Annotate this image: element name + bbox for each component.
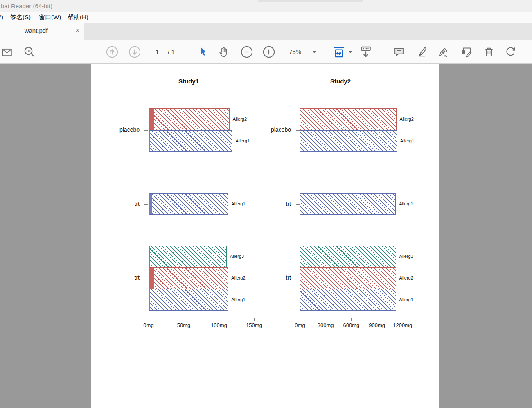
- zoom-out-button[interactable]: [241, 46, 253, 58]
- tab-want-pdf[interactable]: want.pdf ×: [0, 23, 84, 40]
- highlighter-icon: [416, 46, 428, 58]
- x-axis-tick: [377, 318, 377, 321]
- bar-allerg2: [149, 108, 230, 130]
- rotate-button[interactable]: [505, 46, 516, 58]
- next-page-button[interactable]: [128, 46, 141, 58]
- category-label: trt: [102, 274, 140, 281]
- main-toolbar: / 1: [0, 40, 532, 64]
- category-label: trt: [253, 201, 291, 207]
- bar-series-label: Allerg1: [231, 297, 245, 302]
- fountain-pen-icon: [437, 46, 449, 59]
- x-axis-tick: [351, 318, 352, 321]
- tab-label: want.pdf: [0, 27, 72, 34]
- page-number-input[interactable]: [150, 47, 165, 57]
- x-axis-tick: [300, 318, 300, 321]
- bar-series-label: Allerg2: [231, 275, 245, 280]
- hand-tool-button[interactable]: [218, 46, 230, 58]
- zoom-underline: [286, 59, 321, 59]
- menu-item-help[interactable]: 帮助(H): [68, 14, 88, 21]
- rotate-clockwise-icon: [505, 46, 516, 58]
- pdf-page: Study10mg50mg100mg150mgplaceboAllerg2All…: [91, 64, 439, 408]
- envelope-icon: [2, 47, 12, 58]
- page-count-label: / 1: [168, 48, 175, 55]
- x-tick-label: 1200mg: [386, 322, 419, 328]
- page-scroll-icon: [359, 45, 372, 59]
- x-axis-tick: [254, 318, 255, 321]
- bar-series-label: Allerg1: [399, 297, 413, 302]
- menu-item-fragment[interactable]: V): [0, 14, 3, 20]
- bar-series-label: Allerg3: [230, 254, 244, 259]
- x-axis-tick: [219, 318, 219, 321]
- category-label: placebo: [253, 126, 291, 133]
- bar-solid-segment: [149, 268, 154, 289]
- edit-page-icon: [460, 46, 472, 59]
- bar-allerg2: [300, 267, 396, 289]
- zoom-in-button[interactable]: [263, 46, 275, 58]
- window-artifact: [258, 0, 363, 2]
- cursor-arrow-icon: [198, 46, 208, 57]
- fit-width-icon: [332, 45, 345, 59]
- bar-solid-segment: [149, 289, 150, 310]
- y-axis-tick: [296, 130, 300, 131]
- chart-title: Study1: [156, 78, 221, 85]
- tab-close-icon[interactable]: ×: [74, 27, 81, 34]
- bar-series-label: Allerg1: [399, 201, 413, 206]
- bar-allerg2: [300, 108, 397, 130]
- chart-title: Study2: [308, 78, 373, 85]
- toolbar-separator: [383, 45, 383, 60]
- comment-button[interactable]: [393, 46, 405, 58]
- search-button[interactable]: [23, 46, 36, 58]
- x-tick-label: 100mg: [203, 322, 235, 328]
- category-label: trt: [253, 274, 291, 281]
- menu-item-sign[interactable]: 签名(S): [10, 14, 31, 21]
- highlight-button[interactable]: [416, 46, 428, 58]
- scroll-mode-button[interactable]: [359, 45, 372, 59]
- tab-bar: want.pdf ×: [0, 23, 532, 40]
- bar-allerg2: [149, 267, 228, 289]
- bar-allerg1: [300, 289, 396, 311]
- hand-icon: [218, 46, 230, 58]
- y-axis-tick: [144, 130, 148, 131]
- bar-allerg1: [149, 130, 232, 152]
- bar-series-label: Allerg2: [233, 117, 247, 122]
- fill-sign-button[interactable]: [437, 46, 449, 59]
- y-axis-tick: [296, 278, 300, 278]
- x-axis-tick: [403, 318, 403, 321]
- delete-button[interactable]: [483, 46, 495, 58]
- chevron-down-icon[interactable]: [313, 51, 316, 53]
- x-axis-tick: [149, 318, 149, 321]
- bar-allerg1: [149, 193, 228, 215]
- bar-solid-segment: [149, 194, 152, 214]
- document-area[interactable]: Study10mg50mg100mg150mgplaceboAllerg2All…: [0, 64, 532, 408]
- trash-icon: [483, 46, 495, 58]
- minus-circle-icon: [241, 46, 253, 58]
- menu-bar: V) 签名(S) 窗口(W) 帮助(H): [0, 12, 532, 23]
- arrow-down-circle-icon: [128, 46, 141, 58]
- select-tool-button[interactable]: [198, 46, 208, 57]
- edit-pdf-button[interactable]: [460, 46, 472, 59]
- x-axis-tick: [184, 318, 184, 321]
- bar-allerg3: [300, 246, 396, 267]
- bar-allerg1: [300, 130, 397, 152]
- x-tick-label: 0mg: [132, 322, 165, 328]
- x-axis-tick: [326, 318, 326, 321]
- bar-series-label: Allerg2: [399, 275, 413, 280]
- fit-width-button[interactable]: [332, 45, 345, 59]
- bar-series-label: Allerg1: [231, 201, 245, 206]
- bar-allerg3: [149, 246, 227, 267]
- y-axis-tick: [144, 204, 148, 205]
- acrobat-reader-window: bat Reader (64-bit) V) 签名(S) 窗口(W) 帮助(H)…: [0, 0, 532, 408]
- bar-solid-segment: [149, 246, 150, 267]
- bar-solid-segment: [149, 131, 150, 151]
- menu-item-window[interactable]: 窗口(W): [39, 14, 61, 21]
- bar-allerg1: [300, 193, 396, 215]
- previous-page-button[interactable]: [106, 46, 118, 58]
- bar-series-label: Allerg1: [236, 138, 250, 143]
- chevron-down-icon[interactable]: [349, 51, 352, 53]
- comment-bubble-icon: [393, 46, 405, 58]
- bar-series-label: Allerg2: [400, 117, 414, 122]
- zoom-level-value[interactable]: 75%: [289, 48, 301, 55]
- bar-series-label: Allerg3: [399, 254, 413, 259]
- email-button[interactable]: [2, 47, 12, 58]
- title-bar: bat Reader (64-bit): [0, 0, 532, 12]
